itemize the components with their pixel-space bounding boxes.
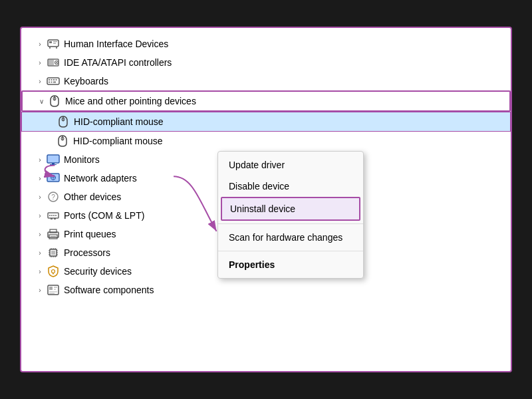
svg-rect-1 <box>49 41 52 43</box>
expand-icon-ide: › <box>35 57 45 68</box>
svg-rect-45 <box>51 236 56 237</box>
label-network: Network adapters <box>64 173 137 184</box>
svg-rect-66 <box>49 291 57 293</box>
label-monitors: Monitors <box>64 154 100 165</box>
device-icon-keyboards <box>47 74 60 88</box>
device-icon-mice <box>48 94 61 108</box>
context-menu-item-uninstall-device[interactable]: Uninstall device <box>221 197 360 221</box>
expand-icon-mice: ∨ <box>36 96 47 106</box>
svg-point-9 <box>56 62 57 63</box>
label-processors: Processors <box>64 247 110 258</box>
svg-point-39 <box>55 215 57 216</box>
context-menu-item-properties[interactable]: Properties <box>218 254 363 275</box>
label-other: Other devices <box>64 192 121 202</box>
svg-rect-10 <box>47 78 59 84</box>
device-icon-monitors <box>47 153 60 166</box>
svg-rect-4 <box>49 47 51 49</box>
label-security: Security devices <box>64 266 132 277</box>
device-icon-security <box>47 265 60 278</box>
list-item-hid[interactable]: › Human Interface Devices <box>21 35 511 53</box>
device-icon-hid <box>47 37 60 51</box>
label-hid: Human Interface Devices <box>64 39 168 49</box>
context-menu: Update driver Disable device Uninstall d… <box>217 151 364 279</box>
device-icon-network <box>47 172 60 185</box>
label-software: Software components <box>64 285 154 295</box>
svg-rect-16 <box>51 82 53 83</box>
svg-rect-41 <box>54 218 56 219</box>
device-icon-software <box>47 283 60 297</box>
device-icon-print <box>47 227 60 241</box>
svg-rect-47 <box>51 251 55 255</box>
svg-rect-25 <box>48 156 59 162</box>
svg-rect-40 <box>51 218 53 219</box>
label-hid-mouse-1: HID-compliant mouse <box>74 116 164 127</box>
list-item-hid-mouse-2[interactable]: HID-compliant mouse <box>21 132 511 150</box>
device-manager-panel: › Human Interface Devices › IDE ATA/ATAP… <box>20 27 512 372</box>
svg-rect-67 <box>49 293 55 295</box>
svg-rect-7 <box>49 60 54 65</box>
expand-icon-hid: › <box>35 39 45 49</box>
device-icon-other: ? <box>47 190 60 203</box>
label-ports: Ports (COM & LPT) <box>64 210 144 221</box>
expand-icon-monitors: › <box>35 154 45 165</box>
svg-point-60 <box>52 270 55 273</box>
context-menu-item-update-driver[interactable]: Update driver <box>218 154 363 176</box>
list-item-mice[interactable]: ∨ Mice and other pointing devices <box>21 90 511 112</box>
label-hid-mouse-2: HID-compliant mouse <box>73 136 163 146</box>
svg-rect-65 <box>54 289 56 291</box>
svg-rect-12 <box>51 79 53 80</box>
device-icon-processors <box>47 246 60 259</box>
list-item-keyboards[interactable]: › Keyboards <box>21 72 511 90</box>
expand-icon-keyboards: › <box>35 76 45 86</box>
expand-icon-processors: › <box>35 247 45 258</box>
list-item-ide[interactable]: › IDE ATA/ATAPI controllers <box>21 53 511 72</box>
list-item-software[interactable]: › Software components <box>21 281 511 299</box>
svg-rect-14 <box>56 79 57 80</box>
svg-rect-27 <box>50 164 57 165</box>
context-menu-divider-2 <box>218 251 363 251</box>
list-item-hid-mouse-1[interactable]: HID-compliant mouse <box>21 112 511 132</box>
label-keyboards: Keyboards <box>64 76 108 86</box>
svg-point-38 <box>53 215 55 216</box>
svg-rect-17 <box>53 82 56 83</box>
expand-icon-network: › <box>35 173 45 184</box>
svg-rect-11 <box>49 79 50 80</box>
expand-icon-security: › <box>35 266 45 277</box>
svg-rect-2 <box>53 41 57 42</box>
expand-icon-other: › <box>35 192 45 202</box>
label-print: Print queues <box>64 229 116 239</box>
device-icon-ide <box>47 56 60 69</box>
expand-icon-software: › <box>35 285 45 295</box>
svg-rect-15 <box>49 82 50 83</box>
device-icon-hid-mouse-2 <box>56 134 69 148</box>
svg-rect-26 <box>52 163 55 164</box>
expand-icon-ports: › <box>35 210 45 221</box>
svg-rect-64 <box>54 287 57 288</box>
label-ide: IDE ATA/ATAPI controllers <box>64 57 172 68</box>
svg-point-37 <box>51 215 53 216</box>
label-mice: Mice and other pointing devices <box>65 96 196 106</box>
expand-icon-print: › <box>35 229 45 239</box>
context-menu-divider <box>218 223 363 224</box>
svg-rect-63 <box>49 287 53 290</box>
context-menu-item-disable-device[interactable]: Disable device <box>218 176 363 197</box>
svg-rect-3 <box>53 43 56 44</box>
device-icon-hid-mouse-1 <box>57 115 70 128</box>
device-icon-ports <box>47 209 60 222</box>
context-menu-item-scan-hardware[interactable]: Scan for hardware changes <box>218 227 363 248</box>
svg-text:?: ? <box>51 194 55 201</box>
svg-rect-13 <box>53 79 55 80</box>
svg-point-36 <box>49 215 51 216</box>
svg-rect-5 <box>56 47 57 49</box>
